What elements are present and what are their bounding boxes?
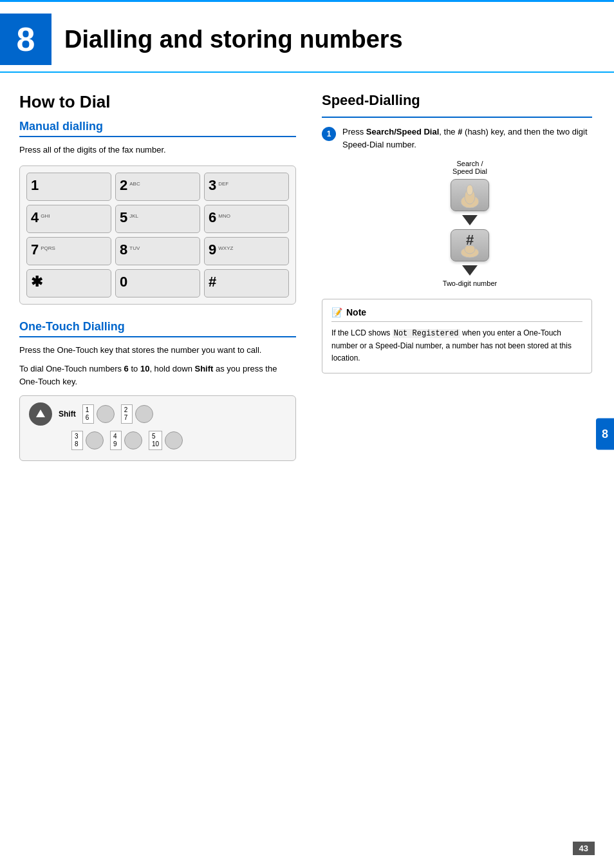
chapter-title: Dialling and storing numbers — [64, 26, 403, 53]
ot-circle-1 — [97, 405, 115, 423]
key-hash: # — [204, 269, 289, 297]
arrow-down-2 — [462, 265, 478, 276]
key-6: 6 MNO — [204, 205, 289, 233]
key-4: 4 GHI — [26, 205, 111, 233]
key-7: 7 PQRS — [26, 237, 111, 265]
svg-point-3 — [467, 185, 473, 195]
key-star: ✱ — [26, 269, 111, 297]
key-1: 1 — [26, 173, 111, 201]
speed-dial-heading: Speed-Dialling — [322, 92, 592, 109]
note-header: 📝 Note — [331, 307, 582, 322]
key-0: 0 — [115, 269, 200, 297]
key-2: 2 ABC — [115, 173, 200, 201]
chapter-number-box: 8 — [0, 14, 51, 65]
page-header: 8 Dialling and storing numbers — [0, 2, 614, 73]
search-speed-dial-label-area: Search /Speed Dial — [452, 160, 487, 175]
speed-dial-section: Speed-Dialling 1 Press Search/Speed Dial… — [322, 92, 592, 287]
one-touch-panel: Shift 1 6 2 7 — [19, 395, 296, 461]
how-to-dial-heading: How to Dial — [19, 92, 296, 112]
ot-key-2-7: 2 7 — [121, 404, 153, 424]
ot-key-5-10: 5 10 — [149, 431, 183, 450]
note-title: Note — [346, 307, 366, 317]
ot-circle-2 — [135, 405, 153, 423]
one-touch-heading: One-Touch Dialling — [19, 320, 296, 337]
key-3: 3 DEF — [204, 173, 289, 201]
two-digit-label: Two-digit number — [443, 279, 497, 287]
ot-circle-4 — [124, 431, 142, 449]
svg-point-5 — [465, 246, 475, 254]
main-content: How to Dial Manual dialling Press all of… — [0, 73, 614, 480]
search-btn-area — [451, 179, 489, 211]
shift-label: Shift — [59, 410, 76, 419]
ot-key-1-6: 1 6 — [82, 404, 115, 424]
button-diagram: Search /Speed Dial — [348, 160, 592, 287]
key-9: 9 WXYZ — [204, 237, 289, 265]
key-5: 5 JKL — [115, 205, 200, 233]
chapter-number: 8 — [17, 20, 35, 59]
step-1: 1 Press Search/Speed Dial, the # (hash) … — [322, 126, 592, 151]
step-1-text: Press Search/Speed Dial, the # (hash) ke… — [342, 126, 592, 151]
right-column: Speed-Dialling 1 Press Search/Speed Dial… — [322, 92, 592, 461]
ot-key-4-9: 4 9 — [110, 431, 142, 450]
svg-marker-0 — [36, 410, 45, 417]
manual-dialling-body: Press all of the digits of the fax numbe… — [19, 144, 296, 156]
arrow-down-1 — [462, 215, 478, 225]
shift-button-icon — [29, 402, 52, 426]
one-touch-body1: Press the One-Touch key that stores the … — [19, 344, 296, 357]
note-text: If the LCD shows Not Registered when you… — [331, 327, 582, 365]
one-touch-body2: To dial One-Touch numbers 6 to 10, hold … — [19, 363, 296, 388]
left-column: How to Dial Manual dialling Press all of… — [19, 92, 296, 461]
keypad-grid: 1 2 ABC 3 DEF 4 GHI 5 JKL 6 MNO — [19, 165, 296, 305]
side-tab: 8 — [596, 419, 614, 450]
ot-circle-5 — [165, 431, 183, 449]
search-btn — [451, 179, 489, 211]
ot-circle-3 — [86, 431, 104, 449]
page-number: 43 — [573, 842, 595, 855]
step-1-badge: 1 — [322, 127, 336, 141]
manual-dialling-heading: Manual dialling — [19, 120, 296, 137]
not-registered-code: Not Registered — [393, 329, 460, 338]
one-touch-keys-row2: 3 8 4 9 5 10 — [29, 431, 286, 450]
note-box: 📝 Note If the LCD shows Not Registered w… — [322, 299, 592, 373]
search-speed-dial-label: Search /Speed Dial — [452, 160, 487, 175]
ot-key-3-8: 3 8 — [71, 431, 104, 450]
key-8: 8 TUV — [115, 237, 200, 265]
hash-btn: # — [451, 229, 489, 261]
search-btn-visual-row — [451, 179, 489, 211]
shift-row: Shift 1 6 2 7 — [29, 402, 286, 426]
note-icon: 📝 — [331, 307, 342, 317]
